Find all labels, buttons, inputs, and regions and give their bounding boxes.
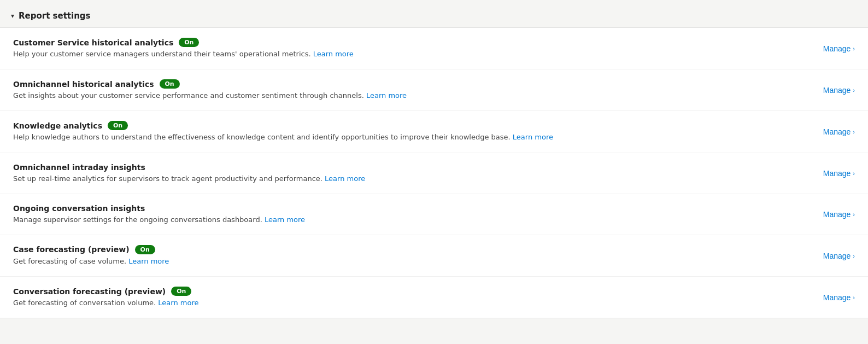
manage-button-conversation-forecasting[interactable]: Manage› <box>823 293 855 302</box>
manage-label-conversation-forecasting: Manage <box>823 293 851 302</box>
manage-label-case-forecasting: Manage <box>823 252 851 260</box>
setting-title-row-knowledge-analytics: Knowledge analyticsOn <box>13 121 801 130</box>
manage-chevron-icon-knowledge-analytics: › <box>853 129 855 135</box>
setting-title-row-case-forecasting: Case forecasting (preview)On <box>13 245 801 254</box>
manage-label-ongoing-conversation: Manage <box>823 210 851 219</box>
manage-button-knowledge-analytics[interactable]: Manage› <box>823 127 855 136</box>
setting-row-omnichannel-intraday: Omnichannel intraday insightsSet up real… <box>0 153 868 194</box>
section-title: Report settings <box>19 11 90 21</box>
section-header[interactable]: ▾ Report settings <box>0 7 868 27</box>
badge-on-case-forecasting: On <box>135 245 155 254</box>
setting-left-ongoing-conversation: Ongoing conversation insightsManage supe… <box>13 204 801 225</box>
setting-desc-ongoing-conversation: Manage supervisor settings for the ongoi… <box>13 215 801 225</box>
setting-desc-customer-service-historical: Help your customer service managers unde… <box>13 49 801 59</box>
settings-list: Customer Service historical analyticsOnH… <box>0 27 868 318</box>
learn-more-link-customer-service-historical[interactable]: Learn more <box>313 50 354 58</box>
page-container: ▾ Report settings Customer Service histo… <box>0 0 868 325</box>
manage-button-customer-service-historical[interactable]: Manage› <box>823 44 855 53</box>
manage-chevron-icon-case-forecasting: › <box>853 253 855 259</box>
setting-row-omnichannel-historical: Omnichannel historical analyticsOnGet in… <box>0 69 868 111</box>
manage-chevron-icon-omnichannel-historical: › <box>853 87 855 94</box>
manage-chevron-icon-customer-service-historical: › <box>853 45 855 52</box>
manage-chevron-icon-conversation-forecasting: › <box>853 294 855 301</box>
manage-label-knowledge-analytics: Manage <box>823 127 851 136</box>
setting-name-ongoing-conversation: Ongoing conversation insights <box>13 204 145 213</box>
setting-row-conversation-forecasting: Conversation forecasting (preview)OnGet … <box>0 277 868 318</box>
setting-title-row-customer-service-historical: Customer Service historical analyticsOn <box>13 38 801 47</box>
manage-button-omnichannel-historical[interactable]: Manage› <box>823 86 855 95</box>
setting-row-case-forecasting: Case forecasting (preview)OnGet forecast… <box>0 235 868 277</box>
setting-name-knowledge-analytics: Knowledge analytics <box>13 121 102 130</box>
setting-desc-omnichannel-intraday: Set up real-time analytics for superviso… <box>13 174 801 184</box>
manage-label-customer-service-historical: Manage <box>823 44 851 53</box>
manage-chevron-icon-ongoing-conversation: › <box>853 211 855 218</box>
setting-title-row-conversation-forecasting: Conversation forecasting (preview)On <box>13 287 801 296</box>
setting-left-customer-service-historical: Customer Service historical analyticsOnH… <box>13 38 801 59</box>
setting-desc-omnichannel-historical: Get insights about your customer service… <box>13 91 801 101</box>
setting-name-omnichannel-historical: Omnichannel historical analytics <box>13 80 154 89</box>
learn-more-link-omnichannel-historical[interactable]: Learn more <box>366 91 407 100</box>
badge-on-conversation-forecasting: On <box>171 287 191 296</box>
setting-name-conversation-forecasting: Conversation forecasting (preview) <box>13 287 166 296</box>
badge-on-customer-service-historical: On <box>179 38 199 47</box>
setting-name-customer-service-historical: Customer Service historical analytics <box>13 38 173 47</box>
setting-row-ongoing-conversation: Ongoing conversation insightsManage supe… <box>0 194 868 235</box>
manage-label-omnichannel-intraday: Manage <box>823 169 851 178</box>
setting-desc-knowledge-analytics: Help knowledge authors to understand the… <box>13 132 801 142</box>
badge-on-omnichannel-historical: On <box>160 79 180 89</box>
section-chevron-icon: ▾ <box>11 12 14 20</box>
manage-label-omnichannel-historical: Manage <box>823 86 851 95</box>
setting-row-knowledge-analytics: Knowledge analyticsOnHelp knowledge auth… <box>0 111 868 153</box>
learn-more-link-omnichannel-intraday[interactable]: Learn more <box>325 174 365 183</box>
setting-title-row-omnichannel-intraday: Omnichannel intraday insights <box>13 163 801 172</box>
learn-more-link-conversation-forecasting[interactable]: Learn more <box>158 299 198 307</box>
setting-left-omnichannel-intraday: Omnichannel intraday insightsSet up real… <box>13 163 801 184</box>
setting-title-row-ongoing-conversation: Ongoing conversation insights <box>13 204 801 213</box>
manage-chevron-icon-omnichannel-intraday: › <box>853 170 855 177</box>
setting-left-knowledge-analytics: Knowledge analyticsOnHelp knowledge auth… <box>13 121 801 142</box>
learn-more-link-case-forecasting[interactable]: Learn more <box>128 257 169 265</box>
manage-button-case-forecasting[interactable]: Manage› <box>823 252 855 260</box>
setting-desc-case-forecasting: Get forecasting of case volume. Learn mo… <box>13 256 801 266</box>
setting-name-case-forecasting: Case forecasting (preview) <box>13 245 130 254</box>
setting-left-case-forecasting: Case forecasting (preview)OnGet forecast… <box>13 245 801 266</box>
setting-left-omnichannel-historical: Omnichannel historical analyticsOnGet in… <box>13 79 801 101</box>
setting-row-customer-service-historical: Customer Service historical analyticsOnH… <box>0 28 868 69</box>
setting-name-omnichannel-intraday: Omnichannel intraday insights <box>13 163 145 172</box>
manage-button-ongoing-conversation[interactable]: Manage› <box>823 210 855 219</box>
manage-button-omnichannel-intraday[interactable]: Manage› <box>823 169 855 178</box>
learn-more-link-ongoing-conversation[interactable]: Learn more <box>265 215 305 224</box>
setting-left-conversation-forecasting: Conversation forecasting (preview)OnGet … <box>13 287 801 308</box>
badge-on-knowledge-analytics: On <box>108 121 128 130</box>
setting-title-row-omnichannel-historical: Omnichannel historical analyticsOn <box>13 79 801 89</box>
learn-more-link-knowledge-analytics[interactable]: Learn more <box>513 133 553 141</box>
setting-desc-conversation-forecasting: Get forecasting of conversation volume. … <box>13 298 801 308</box>
